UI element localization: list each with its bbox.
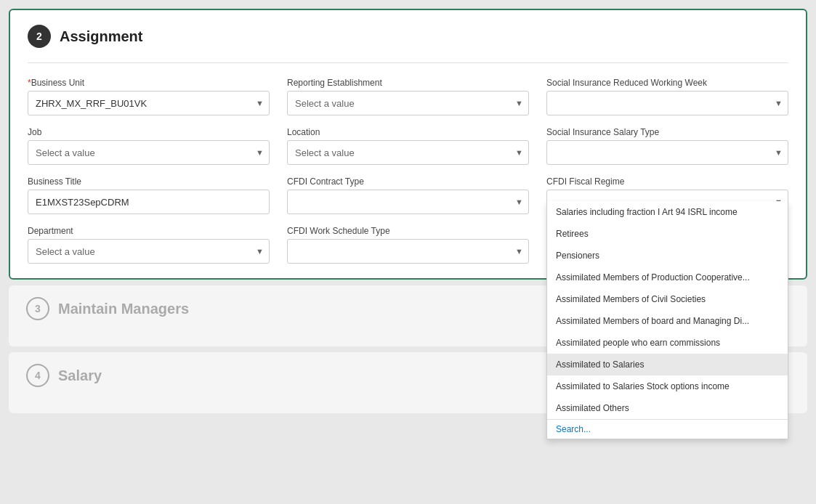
cfdi-work-schedule-label: CFDI Work Schedule Type xyxy=(287,226,529,236)
assignment-section: 2 Assignment *Business Unit ZHRX_MX_RRF_… xyxy=(9,9,807,280)
social-insurance-reduced-field: Social Insurance Reduced Working Week ▼ xyxy=(546,78,788,115)
business-unit-wrapper: ZHRX_MX_RRF_BU01VK ▼ xyxy=(28,91,270,115)
department-select[interactable]: Select a value xyxy=(28,239,270,264)
assignment-form-grid: *Business Unit ZHRX_MX_RRF_BU01VK ▼ Repo… xyxy=(28,78,788,264)
step-3-badge: 3 xyxy=(26,297,49,320)
dropdown-item-8[interactable]: Assimilated to Salaries xyxy=(547,354,788,375)
dropdown-item-3[interactable]: Pensioners xyxy=(547,245,788,267)
dropdown-item-2[interactable]: Retirees xyxy=(547,223,788,245)
social-insurance-reduced-select[interactable] xyxy=(546,91,788,115)
location-wrapper: Select a value ▼ xyxy=(287,140,529,165)
social-insurance-reduced-wrapper: ▼ xyxy=(546,91,788,115)
dropdown-item-6[interactable]: Assimilated Members of board and Managin… xyxy=(547,310,788,332)
cfdi-work-schedule-select[interactable] xyxy=(287,239,529,264)
dropdown-item-1[interactable]: Salaries including fraction I Art 94 ISR… xyxy=(547,201,788,223)
reporting-establishment-wrapper: Select a value ▼ xyxy=(287,91,529,115)
business-unit-field: *Business Unit ZHRX_MX_RRF_BU01VK ▼ xyxy=(28,78,270,115)
cfdi-work-schedule-wrapper: ▼ xyxy=(287,239,529,264)
business-title-input[interactable] xyxy=(28,190,270,214)
location-label: Location xyxy=(287,127,529,137)
section-divider xyxy=(28,62,788,63)
dropdown-item-9[interactable]: Assimilated to Salaries Stock options in… xyxy=(547,375,788,397)
location-select[interactable]: Select a value xyxy=(287,140,529,165)
maintain-managers-title: Maintain Managers xyxy=(58,301,189,317)
social-insurance-salary-label: Social Insurance Salary Type xyxy=(546,127,788,137)
business-unit-label: *Business Unit xyxy=(28,78,270,88)
cfdi-work-schedule-field: CFDI Work Schedule Type ▼ xyxy=(287,226,529,264)
department-wrapper: Select a value ▼ xyxy=(28,239,270,264)
social-insurance-salary-field: Social Insurance Salary Type ▼ xyxy=(546,127,788,165)
section-header-assignment: 2 Assignment xyxy=(28,25,788,48)
social-insurance-reduced-label: Social Insurance Reduced Working Week xyxy=(546,78,788,88)
cfdi-contract-wrapper: ▼ xyxy=(287,190,529,214)
location-field: Location Select a value ▼ xyxy=(287,127,529,165)
dropdown-item-10[interactable]: Assimilated Others xyxy=(547,397,788,419)
dropdown-item-5[interactable]: Assimilated Members of Civil Societies xyxy=(547,288,788,310)
dropdown-item-7[interactable]: Assimilated people who earn commissions xyxy=(547,332,788,354)
cfdi-contract-field: CFDI Contract Type ▼ xyxy=(287,176,529,214)
business-title-field: Business Title xyxy=(28,176,270,214)
cfdi-fiscal-dropdown: Salaries including fraction I Art 94 ISR… xyxy=(546,201,788,439)
salary-title: Salary xyxy=(58,367,102,384)
assignment-title: Assignment xyxy=(60,28,142,45)
dropdown-item-4[interactable]: Assimilated Members of Production Cooper… xyxy=(547,267,788,288)
reporting-establishment-label: Reporting Establishment xyxy=(287,78,529,88)
cfdi-contract-label: CFDI Contract Type xyxy=(287,176,529,187)
job-field: Job Select a value ▼ xyxy=(28,127,270,165)
cfdi-fiscal-label: CFDI Fiscal Regime xyxy=(546,176,788,187)
department-field: Department Select a value ▼ xyxy=(28,226,270,264)
job-wrapper: Select a value ▼ xyxy=(28,140,270,165)
business-title-label: Business Title xyxy=(28,176,270,187)
business-unit-select[interactable]: ZHRX_MX_RRF_BU01VK xyxy=(28,91,270,115)
step-4-badge: 4 xyxy=(26,364,49,387)
social-insurance-salary-wrapper: ▼ xyxy=(546,140,788,165)
step-2-badge: 2 xyxy=(28,25,51,48)
reporting-establishment-field: Reporting Establishment Select a value ▼ xyxy=(287,78,529,115)
cfdi-fiscal-field: CFDI Fiscal Regime ▼ Salaries including … xyxy=(546,176,788,214)
job-select[interactable]: Select a value xyxy=(28,140,270,165)
department-label: Department xyxy=(28,226,270,236)
cfdi-contract-select[interactable] xyxy=(287,190,529,214)
dropdown-search-link[interactable]: Search... xyxy=(547,419,788,439)
reporting-establishment-select[interactable]: Select a value xyxy=(287,91,529,115)
social-insurance-salary-select[interactable] xyxy=(546,140,788,165)
job-label: Job xyxy=(28,127,270,137)
